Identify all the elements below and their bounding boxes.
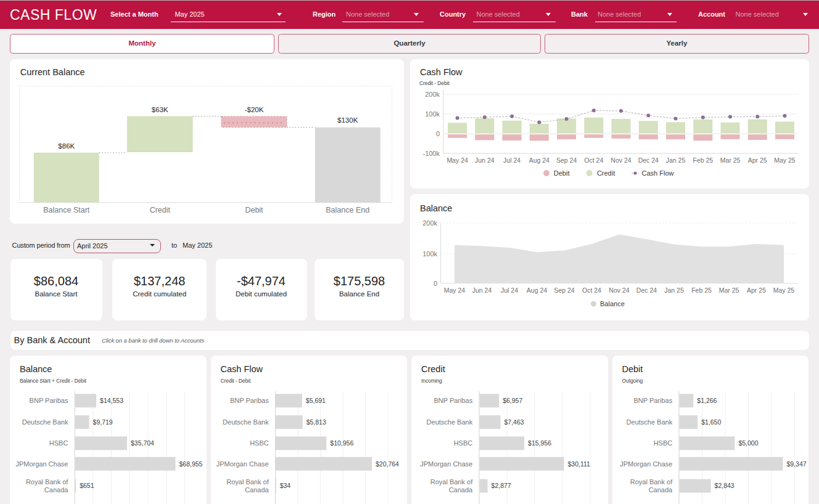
- svg-text:200k: 200k: [425, 91, 440, 98]
- svg-text:Jul 24: Jul 24: [501, 287, 518, 294]
- svg-text:Mar 25: Mar 25: [719, 287, 739, 294]
- svg-text:$14,553: $14,553: [100, 397, 123, 404]
- svg-text:Credit: Credit: [150, 206, 171, 214]
- svg-text:Canada: Canada: [648, 486, 672, 494]
- svg-text:Canada: Canada: [449, 486, 473, 494]
- svg-text:BNP Paribas: BNP Paribas: [30, 397, 68, 404]
- svg-text:Jun 24: Jun 24: [475, 156, 495, 164]
- svg-text:$5,691: $5,691: [305, 397, 325, 404]
- svg-text:$9,347: $9,347: [786, 460, 806, 468]
- svg-text:$68,955: $68,955: [179, 460, 203, 468]
- svg-text:HSBC: HSBC: [454, 439, 473, 447]
- svg-text:0: 0: [434, 280, 437, 287]
- svg-text:-$20K: -$20K: [245, 106, 264, 113]
- svg-text:Royal Bank of: Royal Bank of: [430, 478, 473, 486]
- svg-text:JPMorgan Chase: JPMorgan Chase: [15, 460, 68, 468]
- svg-text:BNP Paribas: BNP Paribas: [229, 397, 268, 404]
- svg-text:$63K: $63K: [152, 106, 168, 113]
- svg-text:Cash Flow: Cash Flow: [642, 169, 674, 177]
- svg-text:Deutsche Bank: Deutsche Bank: [427, 418, 473, 426]
- svg-text:Deutsche Bank: Deutsche Bank: [223, 418, 269, 426]
- svg-text:$1,650: $1,650: [701, 418, 721, 426]
- svg-text:$7,463: $7,463: [504, 418, 524, 426]
- svg-text:$30,111: $30,111: [568, 460, 591, 468]
- svg-text:$34: $34: [279, 482, 290, 489]
- svg-text:Deutsche Bank: Deutsche Bank: [626, 418, 672, 426]
- svg-text:Oct 24: Oct 24: [582, 287, 601, 294]
- svg-text:Balance: Balance: [600, 300, 625, 307]
- svg-text:Dec 24: Dec 24: [636, 287, 657, 294]
- svg-text:BNP Paribas: BNP Paribas: [434, 397, 472, 404]
- svg-text:$2,843: $2,843: [714, 482, 734, 489]
- svg-text:Credit: Credit: [597, 169, 615, 177]
- svg-text:Oct 24: Oct 24: [584, 156, 603, 164]
- svg-text:$10,956: $10,956: [330, 439, 353, 447]
- svg-text:$6,957: $6,957: [503, 397, 522, 404]
- svg-text:Canada: Canada: [44, 486, 68, 494]
- svg-text:Deutsche Bank: Deutsche Bank: [22, 418, 68, 426]
- svg-text:$86K: $86K: [58, 142, 75, 150]
- svg-text:-100k: -100k: [422, 150, 440, 157]
- svg-text:$651: $651: [80, 482, 94, 489]
- svg-text:100k: 100k: [425, 110, 440, 118]
- svg-text:Apr 25: Apr 25: [748, 156, 767, 164]
- svg-text:Mar 25: Mar 25: [720, 156, 741, 164]
- svg-text:100k: 100k: [422, 250, 437, 258]
- svg-text:$1,266: $1,266: [697, 397, 717, 404]
- svg-text:BNP Paribas: BNP Paribas: [633, 397, 672, 404]
- svg-text:$5,000: $5,000: [738, 439, 758, 447]
- svg-text:Nov 24: Nov 24: [611, 156, 631, 164]
- svg-text:Balance End: Balance End: [326, 206, 369, 214]
- svg-text:$20,764: $20,764: [376, 460, 399, 468]
- svg-text:$2,877: $2,877: [492, 482, 511, 489]
- svg-text:$9,719: $9,719: [93, 418, 113, 426]
- svg-text:May 25: May 25: [774, 156, 796, 164]
- svg-text:$35,704: $35,704: [131, 439, 154, 447]
- svg-text:0: 0: [436, 130, 440, 137]
- svg-text:Royal Bank of: Royal Bank of: [226, 478, 269, 486]
- svg-text:Jan 25: Jan 25: [666, 156, 686, 164]
- svg-text:Royal Bank of: Royal Bank of: [26, 478, 68, 486]
- svg-text:Dec 24: Dec 24: [638, 156, 659, 164]
- svg-text:Aug 24: Aug 24: [529, 156, 549, 164]
- svg-text:May 25: May 25: [773, 287, 795, 294]
- svg-text:HSBC: HSBC: [653, 439, 672, 447]
- svg-text:$130K: $130K: [337, 116, 358, 124]
- svg-text:$15,956: $15,956: [528, 439, 551, 447]
- svg-text:Jun 24: Jun 24: [472, 287, 492, 294]
- svg-text:Royal Bank of: Royal Bank of: [630, 478, 672, 486]
- svg-text:Apr 25: Apr 25: [747, 287, 766, 294]
- svg-text:Debit: Debit: [245, 206, 263, 214]
- svg-text:Jan 25: Jan 25: [664, 287, 684, 294]
- svg-text:Debit: Debit: [554, 169, 570, 177]
- svg-text:JPMorgan Chase: JPMorgan Chase: [620, 460, 672, 468]
- svg-text:Feb 25: Feb 25: [693, 156, 713, 164]
- svg-text:Feb 25: Feb 25: [691, 287, 712, 294]
- svg-text:Sep 24: Sep 24: [554, 287, 574, 294]
- svg-text:Sep 24: Sep 24: [556, 156, 577, 164]
- svg-text:HSBC: HSBC: [49, 439, 68, 447]
- svg-text:May 24: May 24: [444, 287, 466, 294]
- svg-text:JPMorgan Chase: JPMorgan Chase: [216, 460, 268, 468]
- svg-text:$5,813: $5,813: [306, 418, 326, 426]
- svg-text:Canada: Canada: [245, 486, 269, 494]
- svg-text:May 24: May 24: [447, 156, 468, 164]
- svg-text:Nov 24: Nov 24: [609, 287, 629, 294]
- svg-text:200k: 200k: [422, 219, 437, 227]
- svg-text:HSBC: HSBC: [250, 439, 269, 447]
- svg-text:JPMorgan Chase: JPMorgan Chase: [420, 460, 472, 468]
- svg-text:Aug 24: Aug 24: [527, 287, 547, 294]
- svg-text:Balance Start: Balance Start: [43, 206, 90, 214]
- svg-text:Jul 24: Jul 24: [503, 156, 521, 164]
